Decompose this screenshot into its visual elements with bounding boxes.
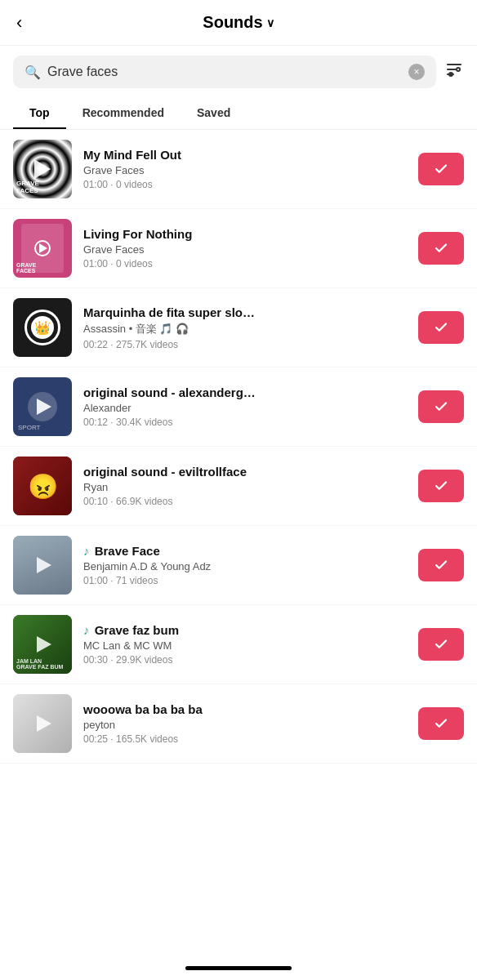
sound-meta: 00:10 · 66.9K videos [83,496,407,507]
tab-saved[interactable]: Saved [181,98,247,129]
back-button[interactable]: ‹ [16,12,22,33]
sound-artist: Assassin • 音楽 🎵 🎧 [83,322,407,336]
sound-item: JAM LANGRAVE FAZ BUM ♪ Grave faz bum MC … [0,605,477,684]
svg-point-3 [457,68,460,71]
sound-meta: 00:22 · 275.7K videos [83,339,407,350]
sound-list: GRAVEFACES My Mind Fell Out Grave Faces … [0,130,477,764]
tabs-container: Top Recommended Saved [0,98,477,130]
home-indicator [185,966,292,970]
add-sound-button[interactable] [418,707,464,740]
clear-search-button[interactable]: × [408,64,425,80]
sound-info: original sound - eviltrollface Ryan 00:1… [83,465,407,507]
sound-thumbnail[interactable]: GRAVEFACES [13,140,72,198]
sound-info: My Mind Fell Out Grave Faces 01:00 · 0 v… [83,148,407,190]
sound-artist: Ryan [83,481,407,493]
sound-title: ♪ Brave Face [83,544,407,558]
sound-item: SPORT original sound - alexanderg… Alexa… [0,368,477,447]
sound-title: My Mind Fell Out [83,148,407,162]
sound-title: original sound - eviltrollface [83,465,407,479]
sound-artist: Benjamin A.D & Young Adz [83,560,407,572]
add-sound-button[interactable] [418,390,464,423]
filter-button[interactable] [444,60,464,84]
add-sound-button[interactable] [418,232,464,265]
sound-title: ♪ Grave faz bum [83,623,407,637]
sound-meta: 01:00 · 0 videos [83,179,407,190]
add-sound-button[interactable] [418,549,464,581]
sound-artist: Grave Faces [83,164,407,176]
search-container: 🔍 × [0,46,477,98]
sound-meta: 01:00 · 0 videos [83,258,407,270]
header: ‹ Sounds ∨ [0,0,477,46]
add-sound-button[interactable] [418,470,464,502]
search-icon: 🔍 [25,65,41,80]
sound-thumbnail[interactable]: 👑 [13,298,72,357]
sound-thumbnail[interactable]: 😠 [13,457,72,515]
sound-thumbnail[interactable] [13,694,72,753]
sound-info: wooowa ba ba ba ba peyton 00:25 · 165.5K… [83,702,407,745]
search-input[interactable] [47,65,402,79]
sound-title: wooowa ba ba ba ba [83,702,407,716]
sound-info: ♪ Brave Face Benjamin A.D & Young Adz 01… [83,544,407,586]
header-title: Sounds ∨ [203,13,274,32]
sound-artist: Grave Faces [83,243,407,256]
sound-item: wooowa ba ba ba ba peyton 00:25 · 165.5K… [0,684,477,764]
sound-item: GRAVEFACES My Mind Fell Out Grave Faces … [0,130,477,209]
tab-top[interactable]: Top [13,98,66,129]
sound-thumbnail[interactable]: GRAVEFACES [13,219,72,278]
sound-meta: 00:25 · 165.5K videos [83,733,407,745]
sound-meta: 01:00 · 71 videos [83,575,407,586]
sound-item: 😠 original sound - eviltrollface Ryan 00… [0,447,477,526]
sound-meta: 00:12 · 30.4K videos [83,416,407,428]
title-text: Sounds [203,13,262,32]
sound-info: ♪ Grave faz bum MC Lan & MC WM 00:30 · 2… [83,623,407,666]
sound-item: ♪ Brave Face Benjamin A.D & Young Adz 01… [0,526,477,605]
sound-title: Marquinha de fita super slo… [83,305,407,319]
sound-title: Living For Nothing [83,227,407,241]
search-bar: 🔍 × [13,56,436,88]
chevron-icon[interactable]: ∨ [266,16,274,29]
thumb-label: GRAVEFACES [16,180,39,195]
sound-info: original sound - alexanderg… Alexander 0… [83,385,407,428]
sound-artist: peyton [83,719,407,731]
sound-artist: MC Lan & MC WM [83,639,407,652]
sound-info: Living For Nothing Grave Faces 01:00 · 0… [83,227,407,270]
add-sound-button[interactable] [418,628,464,661]
sound-thumbnail[interactable]: SPORT [13,377,72,436]
sound-item: GRAVEFACES Living For Nothing Grave Face… [0,209,477,288]
sound-meta: 00:30 · 29.9K videos [83,654,407,666]
tab-recommended[interactable]: Recommended [66,98,181,129]
sound-thumbnail[interactable]: JAM LANGRAVE FAZ BUM [13,615,72,674]
add-sound-button[interactable] [418,311,464,344]
sound-artist: Alexander [83,402,407,414]
sound-thumbnail[interactable] [13,536,72,595]
sound-title: original sound - alexanderg… [83,385,407,399]
sound-item: 👑 Marquinha de fita super slo… Assassin … [0,288,477,368]
add-sound-button[interactable] [418,153,464,185]
sound-info: Marquinha de fita super slo… Assassin • … [83,305,407,350]
